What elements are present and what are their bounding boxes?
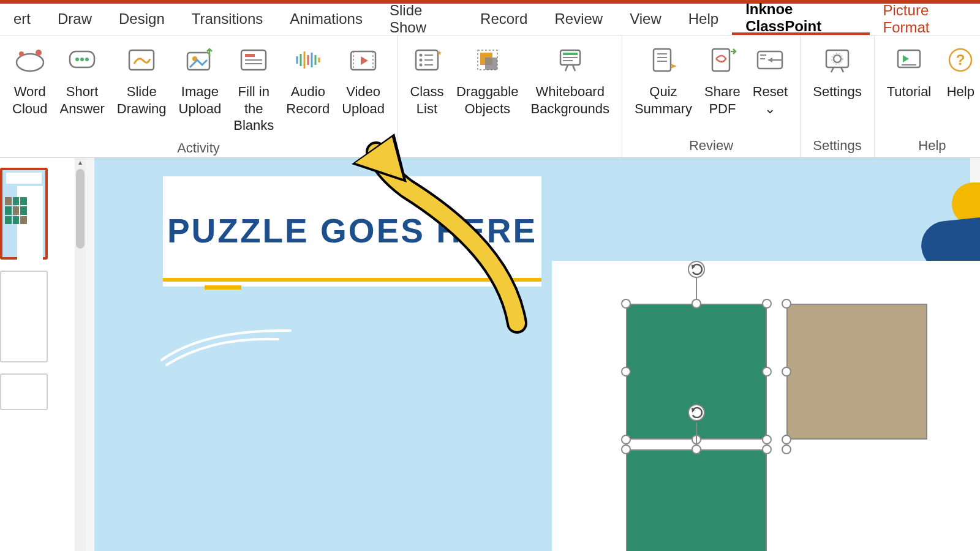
- tutorial-button[interactable]: Tutorial: [881, 39, 938, 135]
- svg-point-6: [85, 58, 89, 61]
- tab-design[interactable]: Design: [105, 3, 178, 35]
- video-upload-button[interactable]: Video Upload: [336, 39, 391, 138]
- title-underline-short: [205, 285, 241, 290]
- tab-transitions[interactable]: Transitions: [178, 3, 276, 35]
- reset-icon: [753, 43, 787, 77]
- ribbon-group-review: Quiz Summary Share PDF Reset ⌄ Review: [622, 36, 801, 157]
- svg-point-0: [17, 54, 43, 71]
- rotate-handle-icon[interactable]: [687, 403, 706, 422]
- scrollbar-thumb[interactable]: [76, 169, 85, 249]
- group-label-settings: Settings: [807, 135, 868, 157]
- tutorial-label: Tutorial: [887, 83, 932, 100]
- svg-point-4: [75, 58, 79, 61]
- quiz-summary-button[interactable]: Quiz Summary: [628, 39, 698, 135]
- class-list-button[interactable]: ★ Class List: [404, 39, 450, 135]
- audio-record-icon: [291, 43, 325, 77]
- svg-rect-11: [245, 54, 255, 57]
- short-answer-button[interactable]: Short Answer: [53, 39, 110, 138]
- group-label-activity: Activity: [6, 138, 391, 160]
- group-label-help: Help: [881, 135, 980, 157]
- class-list-label: Class List: [410, 83, 443, 117]
- svg-marker-46: [671, 64, 677, 69]
- audio-record-label: Audio Record: [286, 83, 330, 117]
- short-answer-icon: [65, 43, 99, 77]
- svg-point-54: [834, 55, 841, 62]
- tab-animations[interactable]: Animations: [276, 3, 376, 35]
- settings-button[interactable]: Settings: [807, 39, 868, 135]
- tab-record[interactable]: Record: [467, 3, 541, 35]
- ribbon: Word Cloud Short Answer Slide Drawing Im…: [0, 36, 980, 158]
- help-button[interactable]: ? Help: [937, 39, 980, 135]
- svg-text:?: ?: [956, 51, 965, 68]
- settings-label: Settings: [813, 83, 862, 100]
- slide-drawing-button[interactable]: Slide Drawing: [111, 39, 173, 138]
- svg-point-5: [80, 58, 84, 61]
- tab-picture-format[interactable]: Picture Format: [870, 3, 980, 35]
- image-upload-button[interactable]: Image Upload: [173, 39, 228, 138]
- editor-area: ▴ PUZZLE GOES HERE: [0, 158, 980, 551]
- svg-marker-22: [361, 56, 368, 65]
- svg-point-28: [419, 59, 422, 62]
- svg-marker-59: [903, 55, 909, 62]
- slide-title-text: PUZZLE GOES HERE: [167, 214, 537, 249]
- fill-blanks-icon: [236, 43, 271, 77]
- tutorial-icon: [892, 43, 926, 77]
- rotate-handle-icon[interactable]: [687, 260, 706, 279]
- tab-help[interactable]: Help: [675, 3, 732, 35]
- share-pdf-label: Share PDF: [704, 83, 741, 117]
- group-label-review: Review: [628, 135, 794, 157]
- svg-rect-47: [712, 49, 729, 71]
- title-underline: [163, 278, 541, 282]
- tab-draw[interactable]: Draw: [44, 3, 105, 35]
- share-pdf-button[interactable]: Share PDF: [698, 39, 747, 135]
- short-answer-label: Short Answer: [59, 83, 104, 117]
- slide-thumbnail-3[interactable]: [0, 373, 48, 410]
- whiteboard-backgrounds-button[interactable]: Whiteboard Backgrounds: [524, 39, 615, 135]
- share-pdf-icon: [705, 43, 739, 77]
- settings-icon: [820, 43, 854, 77]
- whiteboard-backgrounds-icon: [553, 43, 587, 77]
- group-label-tools: [404, 135, 616, 157]
- quiz-summary-icon: [646, 43, 680, 77]
- tab-inknoe-classpoint[interactable]: Inknoe ClassPoint: [732, 3, 869, 35]
- thumbnail-scrollbar[interactable]: ▴: [75, 158, 86, 551]
- video-upload-label: Video Upload: [342, 83, 385, 117]
- svg-rect-34: [485, 58, 497, 70]
- audio-record-button[interactable]: Audio Record: [280, 39, 336, 138]
- video-upload-icon: [346, 43, 380, 77]
- fill-blanks-button[interactable]: Fill in the Blanks: [227, 39, 280, 138]
- svg-point-26: [419, 54, 422, 57]
- svg-point-1: [19, 51, 24, 56]
- svg-line-40: [565, 65, 568, 71]
- ribbon-group-settings: Settings Settings: [801, 36, 875, 157]
- help-label: Help: [947, 83, 974, 100]
- tab-slideshow[interactable]: Slide Show: [376, 3, 467, 35]
- tab-insert[interactable]: ert: [0, 3, 44, 35]
- slide-thumbnail-1[interactable]: [0, 168, 48, 260]
- svg-rect-53: [826, 50, 848, 67]
- help-icon: ?: [943, 43, 978, 77]
- svg-point-30: [419, 64, 422, 67]
- thumbnail-list: [0, 158, 75, 551]
- word-cloud-label: Word Cloud: [12, 83, 47, 117]
- fill-blanks-label: Fill in the Blanks: [233, 83, 274, 134]
- tab-review[interactable]: Review: [541, 3, 616, 35]
- word-cloud-button[interactable]: Word Cloud: [6, 39, 53, 138]
- ribbon-group-activity: Word Cloud Short Answer Slide Drawing Im…: [0, 36, 398, 157]
- quiz-summary-label: Quiz Summary: [635, 83, 692, 117]
- draggable-objects-button[interactable]: Draggable Objects: [450, 39, 525, 135]
- svg-line-41: [573, 65, 575, 71]
- scroll-up-icon[interactable]: ▴: [75, 158, 86, 169]
- word-cloud-icon: [13, 43, 47, 77]
- image-upload-icon: [183, 43, 217, 77]
- image-upload-label: Image Upload: [179, 83, 222, 117]
- svg-point-2: [36, 50, 42, 56]
- reset-button[interactable]: Reset ⌄: [747, 39, 794, 135]
- ribbon-group-tools: ★ Class List Draggable Objects Whiteboar…: [398, 36, 622, 157]
- reset-label: Reset ⌄: [753, 83, 788, 117]
- slide-title-box[interactable]: PUZZLE GOES HERE: [163, 176, 541, 287]
- slide[interactable]: PUZZLE GOES HERE: [94, 158, 970, 551]
- slide-thumbnail-2[interactable]: [0, 271, 48, 362]
- tab-view[interactable]: View: [616, 3, 675, 35]
- decoration-swish: [156, 323, 303, 366]
